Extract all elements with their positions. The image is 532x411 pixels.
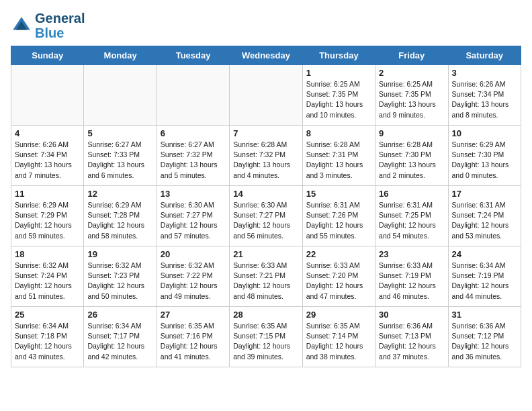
day-info: Sunrise: 6:28 AM Sunset: 7:30 PM Dayligh…: [379, 140, 444, 181]
calendar-cell: 10Sunrise: 6:29 AM Sunset: 7:30 PM Dayli…: [448, 126, 521, 186]
logo-icon: [11, 15, 32, 36]
day-header-monday: Monday: [84, 46, 157, 65]
day-header-wednesday: Wednesday: [230, 46, 302, 65]
calendar-cell: 24Sunrise: 6:34 AM Sunset: 7:19 PM Dayli…: [448, 246, 521, 307]
day-info: Sunrise: 6:30 AM Sunset: 7:27 PM Dayligh…: [233, 200, 298, 241]
calendar-week-5: 25Sunrise: 6:34 AM Sunset: 7:18 PM Dayli…: [11, 307, 521, 367]
calendar-cell: 26Sunrise: 6:34 AM Sunset: 7:17 PM Dayli…: [84, 307, 157, 367]
day-number: 22: [306, 249, 371, 259]
day-header-saturday: Saturday: [448, 46, 521, 65]
calendar-cell: 23Sunrise: 6:33 AM Sunset: 7:19 PM Dayli…: [375, 246, 448, 307]
day-number: 11: [15, 189, 80, 199]
calendar-cell: 6Sunrise: 6:27 AM Sunset: 7:32 PM Daylig…: [157, 126, 229, 186]
calendar-cell: 20Sunrise: 6:32 AM Sunset: 7:22 PM Dayli…: [157, 246, 229, 307]
day-info: Sunrise: 6:32 AM Sunset: 7:22 PM Dayligh…: [161, 261, 226, 302]
calendar-cell: 11Sunrise: 6:29 AM Sunset: 7:29 PM Dayli…: [11, 186, 84, 246]
day-info: Sunrise: 6:31 AM Sunset: 7:25 PM Dayligh…: [379, 200, 444, 241]
day-info: Sunrise: 6:27 AM Sunset: 7:32 PM Dayligh…: [161, 140, 226, 181]
day-number: 25: [15, 310, 80, 320]
day-number: 18: [15, 249, 80, 259]
day-number: 16: [379, 189, 444, 199]
calendar-cell: 8Sunrise: 6:28 AM Sunset: 7:31 PM Daylig…: [302, 126, 375, 186]
day-number: 20: [161, 249, 226, 259]
calendar-week-2: 4Sunrise: 6:26 AM Sunset: 7:34 PM Daylig…: [11, 126, 521, 186]
calendar-cell: [84, 65, 157, 126]
day-header-tuesday: Tuesday: [157, 46, 229, 65]
logo: General Blue: [11, 11, 85, 40]
day-number: 14: [233, 189, 298, 199]
day-number: 28: [233, 310, 298, 320]
day-info: Sunrise: 6:32 AM Sunset: 7:24 PM Dayligh…: [15, 261, 80, 302]
calendar-cell: [11, 65, 84, 126]
day-number: 12: [87, 189, 152, 199]
day-number: 9: [379, 128, 444, 138]
day-number: 1: [306, 68, 371, 78]
day-info: Sunrise: 6:27 AM Sunset: 7:33 PM Dayligh…: [87, 140, 152, 181]
day-number: 30: [379, 310, 444, 320]
day-number: 7: [233, 128, 298, 138]
calendar-week-4: 18Sunrise: 6:32 AM Sunset: 7:24 PM Dayli…: [11, 246, 521, 307]
day-info: Sunrise: 6:34 AM Sunset: 7:18 PM Dayligh…: [15, 321, 80, 362]
day-info: Sunrise: 6:33 AM Sunset: 7:20 PM Dayligh…: [306, 261, 371, 302]
calendar-cell: 27Sunrise: 6:35 AM Sunset: 7:16 PM Dayli…: [157, 307, 229, 367]
day-header-thursday: Thursday: [302, 46, 375, 65]
day-number: 6: [161, 128, 226, 138]
day-info: Sunrise: 6:34 AM Sunset: 7:17 PM Dayligh…: [87, 321, 152, 362]
day-number: 13: [161, 189, 226, 199]
day-header-sunday: Sunday: [11, 46, 84, 65]
day-header-friday: Friday: [375, 46, 448, 65]
day-number: 29: [306, 310, 371, 320]
day-number: 10: [452, 128, 517, 138]
day-number: 24: [452, 249, 517, 259]
day-info: Sunrise: 6:34 AM Sunset: 7:19 PM Dayligh…: [452, 261, 517, 302]
day-info: Sunrise: 6:26 AM Sunset: 7:34 PM Dayligh…: [452, 79, 517, 120]
day-info: Sunrise: 6:35 AM Sunset: 7:16 PM Dayligh…: [161, 321, 226, 362]
day-number: 26: [87, 310, 152, 320]
day-info: Sunrise: 6:25 AM Sunset: 7:35 PM Dayligh…: [306, 79, 371, 120]
day-info: Sunrise: 6:36 AM Sunset: 7:12 PM Dayligh…: [452, 321, 517, 362]
calendar-week-3: 11Sunrise: 6:29 AM Sunset: 7:29 PM Dayli…: [11, 186, 521, 246]
calendar-cell: [157, 65, 229, 126]
day-info: Sunrise: 6:32 AM Sunset: 7:23 PM Dayligh…: [87, 261, 152, 302]
day-number: 31: [452, 310, 517, 320]
day-info: Sunrise: 6:25 AM Sunset: 7:35 PM Dayligh…: [379, 79, 444, 120]
calendar-cell: 25Sunrise: 6:34 AM Sunset: 7:18 PM Dayli…: [11, 307, 84, 367]
day-info: Sunrise: 6:35 AM Sunset: 7:15 PM Dayligh…: [233, 321, 298, 362]
calendar-cell: 1Sunrise: 6:25 AM Sunset: 7:35 PM Daylig…: [302, 65, 375, 126]
day-number: 23: [379, 249, 444, 259]
calendar-table: SundayMondayTuesdayWednesdayThursdayFrid…: [11, 46, 521, 367]
calendar-week-1: 1Sunrise: 6:25 AM Sunset: 7:35 PM Daylig…: [11, 65, 521, 126]
day-info: Sunrise: 6:31 AM Sunset: 7:26 PM Dayligh…: [306, 200, 371, 241]
calendar-cell: 28Sunrise: 6:35 AM Sunset: 7:15 PM Dayli…: [230, 307, 302, 367]
logo-text: General Blue: [35, 11, 85, 40]
day-info: Sunrise: 6:29 AM Sunset: 7:30 PM Dayligh…: [452, 140, 517, 181]
day-info: Sunrise: 6:30 AM Sunset: 7:27 PM Dayligh…: [161, 200, 226, 241]
calendar-cell: 4Sunrise: 6:26 AM Sunset: 7:34 PM Daylig…: [11, 126, 84, 186]
calendar-cell: 29Sunrise: 6:35 AM Sunset: 7:14 PM Dayli…: [302, 307, 375, 367]
calendar-cell: 17Sunrise: 6:31 AM Sunset: 7:24 PM Dayli…: [448, 186, 521, 246]
day-info: Sunrise: 6:29 AM Sunset: 7:28 PM Dayligh…: [87, 200, 152, 241]
day-info: Sunrise: 6:26 AM Sunset: 7:34 PM Dayligh…: [15, 140, 80, 181]
calendar-cell: 13Sunrise: 6:30 AM Sunset: 7:27 PM Dayli…: [157, 186, 229, 246]
calendar-cell: 12Sunrise: 6:29 AM Sunset: 7:28 PM Dayli…: [84, 186, 157, 246]
day-info: Sunrise: 6:35 AM Sunset: 7:14 PM Dayligh…: [306, 321, 371, 362]
day-number: 2: [379, 68, 444, 78]
day-info: Sunrise: 6:28 AM Sunset: 7:32 PM Dayligh…: [233, 140, 298, 181]
calendar-cell: 21Sunrise: 6:33 AM Sunset: 7:21 PM Dayli…: [230, 246, 302, 307]
calendar-cell: 3Sunrise: 6:26 AM Sunset: 7:34 PM Daylig…: [448, 65, 521, 126]
calendar-cell: 15Sunrise: 6:31 AM Sunset: 7:26 PM Dayli…: [302, 186, 375, 246]
day-info: Sunrise: 6:28 AM Sunset: 7:31 PM Dayligh…: [306, 140, 371, 181]
day-number: 8: [306, 128, 371, 138]
calendar-cell: [230, 65, 302, 126]
calendar-header-row: SundayMondayTuesdayWednesdayThursdayFrid…: [11, 46, 521, 65]
calendar-cell: 22Sunrise: 6:33 AM Sunset: 7:20 PM Dayli…: [302, 246, 375, 307]
day-number: 4: [15, 128, 80, 138]
calendar-cell: 14Sunrise: 6:30 AM Sunset: 7:27 PM Dayli…: [230, 186, 302, 246]
calendar-cell: 19Sunrise: 6:32 AM Sunset: 7:23 PM Dayli…: [84, 246, 157, 307]
day-number: 15: [306, 189, 371, 199]
calendar-cell: 2Sunrise: 6:25 AM Sunset: 7:35 PM Daylig…: [375, 65, 448, 126]
calendar-cell: 30Sunrise: 6:36 AM Sunset: 7:13 PM Dayli…: [375, 307, 448, 367]
day-info: Sunrise: 6:33 AM Sunset: 7:19 PM Dayligh…: [379, 261, 444, 302]
page-header: General Blue: [11, 11, 521, 40]
calendar-cell: 16Sunrise: 6:31 AM Sunset: 7:25 PM Dayli…: [375, 186, 448, 246]
